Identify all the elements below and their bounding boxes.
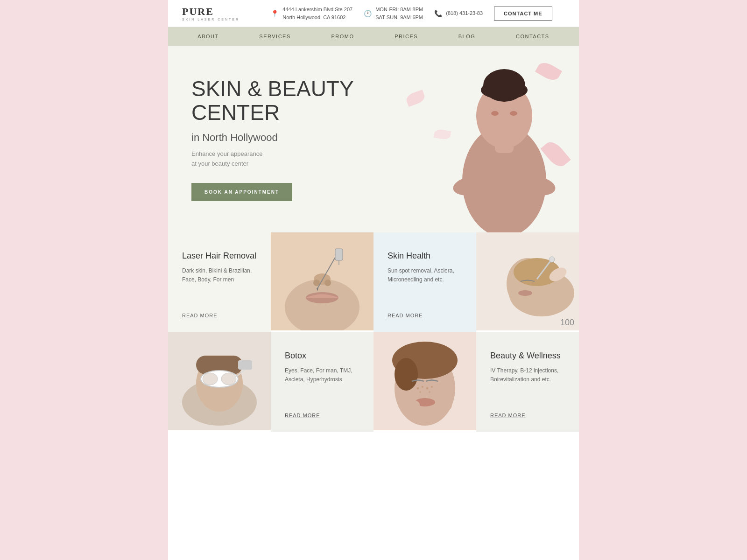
hero-description: Enhance your appearance at your beauty c… — [191, 149, 374, 169]
hero-section: SKIN & BEAUTY CENTER in North Hollywood … — [168, 46, 579, 232]
skin-desc: Sun spot removal, Asclera, Microneedling… — [388, 266, 462, 284]
nav-about[interactable]: ABOUT — [197, 34, 218, 39]
hero-subtitle: in North Hollywood — [191, 132, 374, 144]
laser-treatment-image — [168, 332, 271, 432]
svg-point-46 — [419, 391, 421, 393]
logo-name: PURE — [182, 6, 240, 18]
location-icon: 📍 — [271, 10, 279, 17]
image-number: 100 — [560, 318, 574, 328]
svg-point-5 — [491, 111, 499, 116]
svg-point-15 — [313, 280, 320, 286]
beauty-title: Beauty & Wellness — [490, 351, 565, 361]
svg-point-4 — [481, 81, 528, 99]
services-row-2: Botox Eyes, Face, For man, TMJ, Ascleta,… — [168, 332, 579, 432]
leaf-decoration-2 — [405, 90, 426, 107]
contact-button[interactable]: CONTACT ME — [494, 7, 552, 21]
botox-title: Botox — [285, 351, 359, 361]
skin-health-card: Skin Health Sun spot removal, Asclera, M… — [374, 232, 476, 332]
logo: PURE SKIN LASER CENTER — [182, 6, 240, 21]
laser-read-more[interactable]: READ MORE — [182, 313, 257, 318]
header-info: 📍 4444 Lankershim Blvd Ste 207 North Hol… — [258, 6, 565, 21]
svg-point-34 — [203, 373, 218, 385]
hero-content: SKIN & BEAUTY CENTER in North Hollywood … — [168, 49, 397, 229]
nav-promo[interactable]: PROMO — [331, 34, 354, 39]
svg-point-43 — [422, 386, 423, 388]
page-wrapper: PURE SKIN LASER CENTER 📍 4444 Lankershim… — [168, 0, 579, 560]
hero-title: SKIN & BEAUTY CENTER — [191, 77, 374, 124]
botox-card: Botox Eyes, Face, For man, TMJ, Ascleta,… — [271, 332, 374, 432]
address-line1: 4444 Lankershim Blvd Ste 207 — [282, 7, 352, 12]
hours-text: MON-FRI: 8AM-8PM SAT-SUN: 9AM-6PM — [375, 6, 423, 21]
header: PURE SKIN LASER CENTER 📍 4444 Lankershim… — [168, 0, 579, 27]
address-text: 4444 Lankershim Blvd Ste 207 North Holly… — [282, 6, 352, 21]
nav-services[interactable]: SERVICES — [259, 34, 290, 39]
logo-sub: SKIN LASER CENTER — [182, 18, 240, 21]
svg-point-42 — [417, 387, 419, 390]
svg-point-45 — [431, 386, 433, 388]
beauty-desc: IV Therapy, B-12 injections, Boirevitali… — [490, 366, 565, 384]
svg-rect-18 — [335, 249, 343, 260]
services-row-1: Laser Hair Removal Dark skin, Bikini & B… — [168, 232, 579, 332]
beauty-read-more[interactable]: READ MORE — [490, 413, 565, 418]
botox-desc: Eyes, Face, For man, TMJ, Ascleta, Hyper… — [285, 366, 359, 384]
hero-woman-figure — [448, 50, 560, 232]
hours-info: 🕐 MON-FRI: 8AM-8PM SAT-SUN: 9AM-6PM — [364, 6, 423, 21]
laser-image — [271, 232, 374, 330]
laser-title: Laser Hair Removal — [182, 251, 257, 261]
beauty-image — [374, 332, 476, 432]
laser-desc: Dark skin, Bikini & Brazilian, Face, Bod… — [182, 266, 257, 284]
svg-point-6 — [510, 111, 517, 116]
svg-point-25 — [518, 290, 532, 296]
skin-title: Skin Health — [388, 251, 462, 261]
phone-number: (818) 431-23-83 — [446, 9, 483, 17]
hours-weekday: MON-FRI: 8AM-8PM — [375, 7, 423, 12]
book-appointment-button[interactable]: BOOK AN APPOINTMENT — [191, 183, 292, 201]
address-info: 📍 4444 Lankershim Blvd Ste 207 North Hol… — [271, 6, 352, 21]
hours-weekend: SAT-SUN: 9AM-6PM — [375, 14, 423, 20]
svg-rect-36 — [238, 360, 252, 370]
botox-read-more[interactable]: READ MORE — [285, 413, 359, 418]
svg-point-16 — [324, 280, 331, 286]
nav-blog[interactable]: BLOG — [458, 34, 476, 39]
skin-read-more[interactable]: READ MORE — [388, 313, 462, 318]
nav-contacts[interactable]: CONTACTS — [516, 34, 550, 39]
svg-point-47 — [429, 391, 430, 393]
main-nav: ABOUT SERVICES PROMO PRICES BLOG CONTACT… — [168, 27, 579, 46]
skin-image: 100 — [476, 232, 579, 332]
svg-point-44 — [426, 387, 429, 390]
address-line2: North Hollywood, CA 91602 — [282, 14, 345, 20]
nav-prices[interactable]: PRICES — [395, 34, 418, 39]
laser-hair-card: Laser Hair Removal Dark skin, Bikini & B… — [168, 232, 271, 332]
phone-info: 📞 (818) 431-23-83 — [434, 9, 483, 17]
clock-icon: 🕐 — [364, 10, 372, 17]
hero-image — [397, 46, 579, 232]
hero-desc-line1: Enhance your appearance — [191, 150, 263, 157]
hero-desc-line2: at your beauty center — [191, 160, 248, 167]
beauty-wellness-card: Beauty & Wellness IV Therapy, B-12 injec… — [476, 332, 579, 432]
svg-point-27 — [549, 257, 555, 262]
svg-point-41 — [395, 358, 418, 391]
phone-icon: 📞 — [434, 10, 442, 17]
